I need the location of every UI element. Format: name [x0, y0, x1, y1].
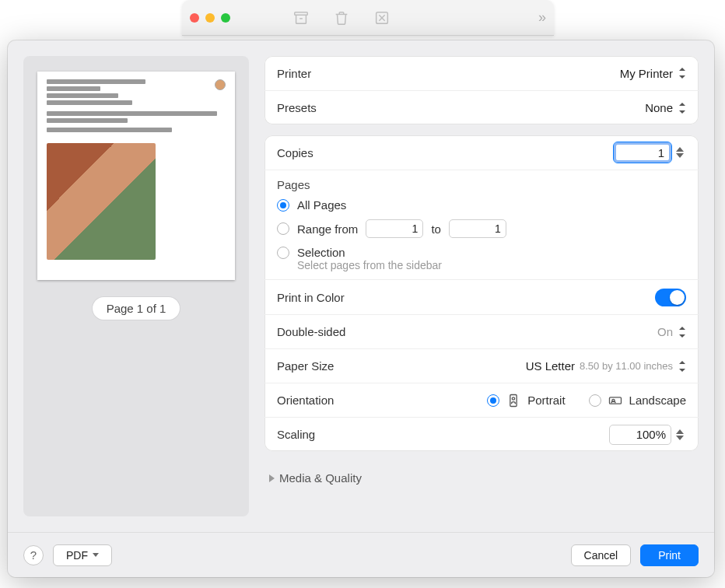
- media-quality-label: Media & Quality: [279, 471, 362, 485]
- paper-size-popup[interactable]: US Letter 8.50 by 11.00 inches: [526, 359, 686, 373]
- svg-point-3: [513, 397, 515, 399]
- pdf-button-label: PDF: [66, 549, 88, 562]
- help-button[interactable]: ?: [23, 545, 44, 565]
- radio-icon: [487, 394, 499, 407]
- toolbar-overflow-icon: »: [538, 9, 546, 26]
- double-sided-label: Double-sided: [277, 325, 345, 338]
- close-window-dot[interactable]: [190, 13, 199, 23]
- presets-value: None: [645, 101, 673, 114]
- range-to-label: to: [431, 222, 441, 236]
- pages-label: Pages: [264, 170, 699, 194]
- updown-caret-icon: [678, 103, 686, 114]
- scaling-label: Scaling: [277, 428, 315, 441]
- page-thumbnail[interactable]: [37, 72, 235, 280]
- orientation-label: Orientation: [277, 394, 334, 407]
- orientation-portrait-label: Portrait: [527, 394, 565, 407]
- zoom-window-dot[interactable]: [221, 13, 230, 23]
- portrait-icon: [506, 393, 521, 408]
- double-sided-value: On: [657, 325, 673, 338]
- svg-rect-2: [510, 394, 517, 406]
- pages-range-option[interactable]: Range from to: [264, 215, 699, 242]
- cancel-button[interactable]: Cancel: [571, 544, 632, 566]
- print-settings: Printer My Printer Presets None: [264, 56, 699, 516]
- print-color-toggle[interactable]: [655, 289, 686, 306]
- pages-selection-option[interactable]: Selection: [264, 242, 699, 259]
- media-quality-disclosure[interactable]: Media & Quality: [264, 462, 699, 485]
- print-color-label: Print in Color: [277, 291, 345, 304]
- presets-popup[interactable]: None: [645, 101, 686, 114]
- svg-rect-0: [295, 12, 308, 15]
- print-options-card: Copies Pages All Pages Range from: [264, 135, 699, 451]
- junk-icon: [373, 9, 391, 26]
- radio-icon: [589, 394, 601, 407]
- range-from-input[interactable]: [366, 219, 423, 238]
- print-dialog: Page 1 of 1 Printer My Printer Presets: [8, 40, 714, 577]
- pages-all-label: All Pages: [297, 198, 346, 212]
- updown-caret-icon: [678, 361, 686, 372]
- double-sided-popup[interactable]: On: [657, 325, 686, 338]
- pages-selection-hint: Select pages from the sidebar: [297, 259, 442, 271]
- copies-stepper[interactable]: [674, 143, 686, 162]
- radio-icon: [277, 247, 289, 259]
- trash-icon: [333, 9, 350, 26]
- radio-icon: [277, 199, 289, 212]
- updown-caret-icon: [678, 327, 686, 338]
- print-preview-pane: Page 1 of 1: [23, 56, 249, 516]
- scaling-stepper[interactable]: [674, 425, 686, 444]
- printer-presets-card: Printer My Printer Presets None: [264, 56, 699, 124]
- paper-size-dimensions: 8.50 by 11.00 inches: [580, 360, 673, 372]
- copies-label: Copies: [277, 146, 313, 159]
- paper-size-value: US Letter: [526, 359, 575, 373]
- avatar-icon: [215, 79, 226, 90]
- window-traffic-lights: [190, 13, 230, 23]
- pages-range-label: Range from: [297, 222, 358, 236]
- range-to-input[interactable]: [449, 219, 506, 238]
- minimize-window-dot[interactable]: [205, 13, 215, 23]
- page-indicator: Page 1 of 1: [93, 297, 180, 320]
- paper-size-label: Paper Size: [277, 359, 334, 373]
- orientation-landscape-label: Landscape: [629, 394, 686, 407]
- printer-value: My Printer: [620, 67, 673, 80]
- print-button[interactable]: Print: [640, 544, 699, 566]
- orientation-portrait-option[interactable]: Portrait: [487, 393, 565, 408]
- background-window-toolbar: »: [182, 0, 554, 36]
- toolbar-disabled-icons: [292, 9, 391, 26]
- dialog-footer: ? PDF Cancel Print: [8, 532, 714, 577]
- email-photo-placeholder: [47, 143, 156, 260]
- updown-caret-icon: [678, 68, 686, 79]
- pdf-menu-button[interactable]: PDF: [53, 544, 112, 566]
- presets-label: Presets: [277, 101, 317, 114]
- disclosure-triangle-icon: [269, 474, 275, 482]
- scaling-input[interactable]: [609, 425, 671, 445]
- radio-icon: [277, 222, 289, 235]
- dropdown-caret-icon: [93, 553, 99, 557]
- pages-selection-label: Selection: [297, 246, 345, 259]
- printer-label: Printer: [277, 67, 311, 80]
- printer-popup[interactable]: My Printer: [620, 67, 686, 80]
- copies-input[interactable]: [614, 142, 671, 163]
- orientation-landscape-option[interactable]: Landscape: [589, 393, 686, 408]
- print-button-label: Print: [658, 549, 681, 562]
- pages-all-option[interactable]: All Pages: [264, 194, 699, 215]
- landscape-icon: [608, 393, 623, 408]
- archive-icon: [292, 9, 310, 26]
- cancel-button-label: Cancel: [584, 549, 618, 562]
